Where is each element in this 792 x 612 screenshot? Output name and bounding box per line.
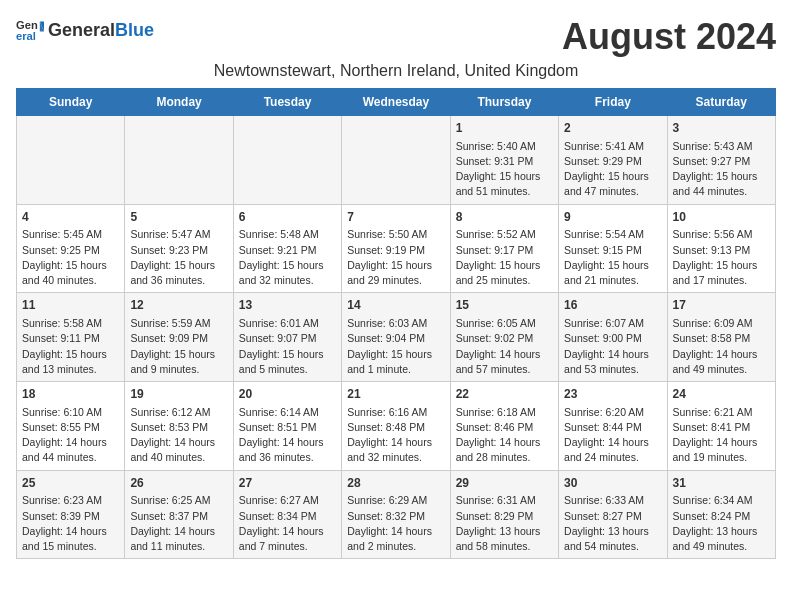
header-row: SundayMondayTuesdayWednesdayThursdayFrid… bbox=[17, 89, 776, 116]
calendar-cell: 30Sunrise: 6:33 AM Sunset: 8:27 PM Dayli… bbox=[559, 470, 667, 559]
calendar-cell: 15Sunrise: 6:05 AM Sunset: 9:02 PM Dayli… bbox=[450, 293, 558, 382]
day-number: 24 bbox=[673, 386, 770, 403]
day-number: 14 bbox=[347, 297, 444, 314]
day-number: 12 bbox=[130, 297, 227, 314]
calendar-cell: 19Sunrise: 6:12 AM Sunset: 8:53 PM Dayli… bbox=[125, 382, 233, 471]
header-day-monday: Monday bbox=[125, 89, 233, 116]
svg-text:Gen: Gen bbox=[16, 19, 38, 31]
cell-content: Sunrise: 6:27 AM Sunset: 8:34 PM Dayligh… bbox=[239, 493, 336, 554]
day-number: 1 bbox=[456, 120, 553, 137]
header-day-friday: Friday bbox=[559, 89, 667, 116]
day-number: 22 bbox=[456, 386, 553, 403]
cell-content: Sunrise: 6:01 AM Sunset: 9:07 PM Dayligh… bbox=[239, 316, 336, 377]
calendar-body: 1Sunrise: 5:40 AM Sunset: 9:31 PM Daylig… bbox=[17, 116, 776, 559]
svg-text:eral: eral bbox=[16, 30, 36, 42]
day-number: 7 bbox=[347, 209, 444, 226]
calendar-cell: 17Sunrise: 6:09 AM Sunset: 8:58 PM Dayli… bbox=[667, 293, 775, 382]
calendar-table: SundayMondayTuesdayWednesdayThursdayFrid… bbox=[16, 88, 776, 559]
calendar-cell: 23Sunrise: 6:20 AM Sunset: 8:44 PM Dayli… bbox=[559, 382, 667, 471]
calendar-cell: 5Sunrise: 5:47 AM Sunset: 9:23 PM Daylig… bbox=[125, 204, 233, 293]
cell-content: Sunrise: 6:05 AM Sunset: 9:02 PM Dayligh… bbox=[456, 316, 553, 377]
calendar-week-4: 18Sunrise: 6:10 AM Sunset: 8:55 PM Dayli… bbox=[17, 382, 776, 471]
main-title: August 2024 bbox=[562, 16, 776, 58]
calendar-cell: 3Sunrise: 5:43 AM Sunset: 9:27 PM Daylig… bbox=[667, 116, 775, 205]
calendar-cell: 10Sunrise: 5:56 AM Sunset: 9:13 PM Dayli… bbox=[667, 204, 775, 293]
calendar-cell: 24Sunrise: 6:21 AM Sunset: 8:41 PM Dayli… bbox=[667, 382, 775, 471]
header-day-saturday: Saturday bbox=[667, 89, 775, 116]
day-number: 11 bbox=[22, 297, 119, 314]
cell-content: Sunrise: 5:48 AM Sunset: 9:21 PM Dayligh… bbox=[239, 227, 336, 288]
cell-content: Sunrise: 6:20 AM Sunset: 8:44 PM Dayligh… bbox=[564, 405, 661, 466]
cell-content: Sunrise: 5:50 AM Sunset: 9:19 PM Dayligh… bbox=[347, 227, 444, 288]
calendar-cell: 22Sunrise: 6:18 AM Sunset: 8:46 PM Dayli… bbox=[450, 382, 558, 471]
cell-content: Sunrise: 5:52 AM Sunset: 9:17 PM Dayligh… bbox=[456, 227, 553, 288]
calendar-cell: 1Sunrise: 5:40 AM Sunset: 9:31 PM Daylig… bbox=[450, 116, 558, 205]
cell-content: Sunrise: 6:03 AM Sunset: 9:04 PM Dayligh… bbox=[347, 316, 444, 377]
header-day-sunday: Sunday bbox=[17, 89, 125, 116]
cell-content: Sunrise: 6:33 AM Sunset: 8:27 PM Dayligh… bbox=[564, 493, 661, 554]
calendar-week-2: 4Sunrise: 5:45 AM Sunset: 9:25 PM Daylig… bbox=[17, 204, 776, 293]
logo-general: General bbox=[48, 20, 115, 41]
day-number: 16 bbox=[564, 297, 661, 314]
day-number: 9 bbox=[564, 209, 661, 226]
cell-content: Sunrise: 5:59 AM Sunset: 9:09 PM Dayligh… bbox=[130, 316, 227, 377]
calendar-cell: 21Sunrise: 6:16 AM Sunset: 8:48 PM Dayli… bbox=[342, 382, 450, 471]
day-number: 20 bbox=[239, 386, 336, 403]
calendar-cell: 4Sunrise: 5:45 AM Sunset: 9:25 PM Daylig… bbox=[17, 204, 125, 293]
day-number: 3 bbox=[673, 120, 770, 137]
cell-content: Sunrise: 6:25 AM Sunset: 8:37 PM Dayligh… bbox=[130, 493, 227, 554]
day-number: 21 bbox=[347, 386, 444, 403]
page-header: Gen eral GeneralBlue August 2024 bbox=[16, 16, 776, 58]
cell-content: Sunrise: 5:47 AM Sunset: 9:23 PM Dayligh… bbox=[130, 227, 227, 288]
cell-content: Sunrise: 5:56 AM Sunset: 9:13 PM Dayligh… bbox=[673, 227, 770, 288]
calendar-cell: 2Sunrise: 5:41 AM Sunset: 9:29 PM Daylig… bbox=[559, 116, 667, 205]
cell-content: Sunrise: 5:58 AM Sunset: 9:11 PM Dayligh… bbox=[22, 316, 119, 377]
cell-content: Sunrise: 6:29 AM Sunset: 8:32 PM Dayligh… bbox=[347, 493, 444, 554]
calendar-cell bbox=[125, 116, 233, 205]
logo-icon: Gen eral bbox=[16, 16, 44, 44]
day-number: 30 bbox=[564, 475, 661, 492]
calendar-cell: 29Sunrise: 6:31 AM Sunset: 8:29 PM Dayli… bbox=[450, 470, 558, 559]
title-area: August 2024 bbox=[562, 16, 776, 58]
calendar-week-5: 25Sunrise: 6:23 AM Sunset: 8:39 PM Dayli… bbox=[17, 470, 776, 559]
cell-content: Sunrise: 6:31 AM Sunset: 8:29 PM Dayligh… bbox=[456, 493, 553, 554]
cell-content: Sunrise: 5:41 AM Sunset: 9:29 PM Dayligh… bbox=[564, 139, 661, 200]
cell-content: Sunrise: 6:09 AM Sunset: 8:58 PM Dayligh… bbox=[673, 316, 770, 377]
cell-content: Sunrise: 6:18 AM Sunset: 8:46 PM Dayligh… bbox=[456, 405, 553, 466]
calendar-cell: 13Sunrise: 6:01 AM Sunset: 9:07 PM Dayli… bbox=[233, 293, 341, 382]
logo: Gen eral GeneralBlue bbox=[16, 16, 154, 44]
calendar-cell: 18Sunrise: 6:10 AM Sunset: 8:55 PM Dayli… bbox=[17, 382, 125, 471]
calendar-cell: 28Sunrise: 6:29 AM Sunset: 8:32 PM Dayli… bbox=[342, 470, 450, 559]
calendar-cell: 31Sunrise: 6:34 AM Sunset: 8:24 PM Dayli… bbox=[667, 470, 775, 559]
cell-content: Sunrise: 5:43 AM Sunset: 9:27 PM Dayligh… bbox=[673, 139, 770, 200]
calendar-cell bbox=[17, 116, 125, 205]
day-number: 29 bbox=[456, 475, 553, 492]
calendar-cell: 14Sunrise: 6:03 AM Sunset: 9:04 PM Dayli… bbox=[342, 293, 450, 382]
calendar-week-3: 11Sunrise: 5:58 AM Sunset: 9:11 PM Dayli… bbox=[17, 293, 776, 382]
calendar-cell: 9Sunrise: 5:54 AM Sunset: 9:15 PM Daylig… bbox=[559, 204, 667, 293]
cell-content: Sunrise: 6:21 AM Sunset: 8:41 PM Dayligh… bbox=[673, 405, 770, 466]
cell-content: Sunrise: 6:14 AM Sunset: 8:51 PM Dayligh… bbox=[239, 405, 336, 466]
calendar-cell bbox=[342, 116, 450, 205]
day-number: 4 bbox=[22, 209, 119, 226]
calendar-week-1: 1Sunrise: 5:40 AM Sunset: 9:31 PM Daylig… bbox=[17, 116, 776, 205]
calendar-header: SundayMondayTuesdayWednesdayThursdayFrid… bbox=[17, 89, 776, 116]
day-number: 15 bbox=[456, 297, 553, 314]
cell-content: Sunrise: 5:54 AM Sunset: 9:15 PM Dayligh… bbox=[564, 227, 661, 288]
day-number: 17 bbox=[673, 297, 770, 314]
day-number: 6 bbox=[239, 209, 336, 226]
header-day-wednesday: Wednesday bbox=[342, 89, 450, 116]
calendar-cell: 20Sunrise: 6:14 AM Sunset: 8:51 PM Dayli… bbox=[233, 382, 341, 471]
day-number: 18 bbox=[22, 386, 119, 403]
day-number: 23 bbox=[564, 386, 661, 403]
calendar-cell: 12Sunrise: 5:59 AM Sunset: 9:09 PM Dayli… bbox=[125, 293, 233, 382]
day-number: 27 bbox=[239, 475, 336, 492]
day-number: 8 bbox=[456, 209, 553, 226]
header-day-tuesday: Tuesday bbox=[233, 89, 341, 116]
calendar-cell: 27Sunrise: 6:27 AM Sunset: 8:34 PM Dayli… bbox=[233, 470, 341, 559]
logo-blue: Blue bbox=[115, 20, 154, 41]
calendar-cell: 6Sunrise: 5:48 AM Sunset: 9:21 PM Daylig… bbox=[233, 204, 341, 293]
day-number: 2 bbox=[564, 120, 661, 137]
cell-content: Sunrise: 6:23 AM Sunset: 8:39 PM Dayligh… bbox=[22, 493, 119, 554]
day-number: 28 bbox=[347, 475, 444, 492]
